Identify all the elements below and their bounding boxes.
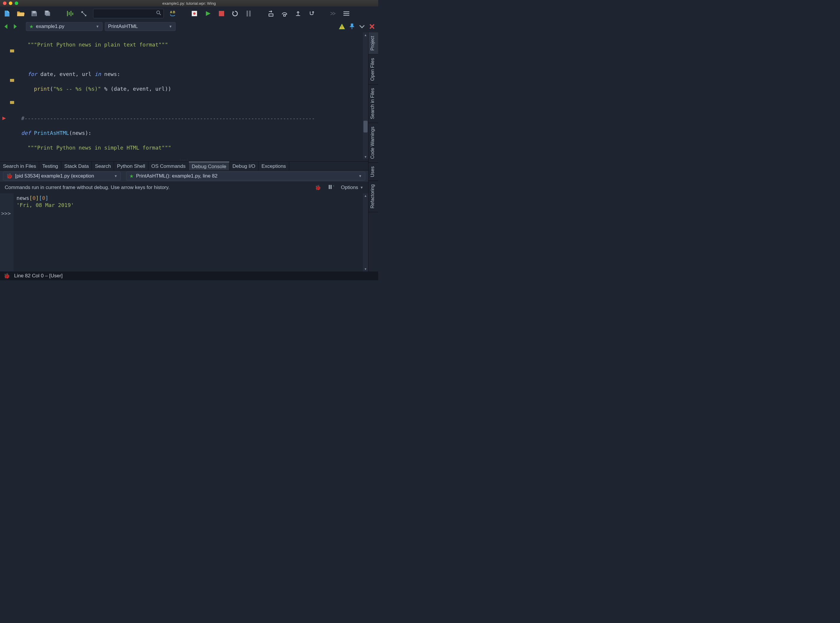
chevron-down-icon: ▼ (358, 174, 362, 178)
restart-icon[interactable] (231, 9, 239, 18)
menu-icon[interactable] (342, 9, 350, 18)
step-out-icon[interactable] (294, 9, 302, 18)
process-label: [pid 53534] example1.py (exception (15, 173, 94, 179)
record-icon[interactable] (190, 9, 198, 18)
code-text: """Print Python news in plain text forma… (28, 41, 168, 48)
tab-search[interactable]: Search (92, 162, 114, 170)
replace-icon[interactable]: AB (169, 9, 177, 18)
scroll-down-icon[interactable]: ▼ (363, 154, 368, 159)
svg-rect-0 (33, 11, 35, 13)
code-editor[interactable]: """Print Python news in plain text forma… (0, 32, 368, 159)
editor-gutter[interactable] (0, 32, 18, 159)
zoom-window-button[interactable] (15, 2, 18, 5)
open-folder-icon[interactable] (17, 9, 25, 18)
window-title: example1.py: tutorial.wpr: Wing (162, 1, 216, 6)
svg-point-4 (157, 11, 160, 14)
console-gutter: >>> (0, 193, 14, 272)
file-selector[interactable]: ★example1.py ▼ (26, 22, 103, 31)
process-selector[interactable]: 🐞[pid 53534] example1.py (exception ▼ (3, 172, 121, 181)
close-icon[interactable] (368, 23, 376, 30)
breakpoint-icon[interactable] (2, 115, 6, 120)
svg-text:B: B (173, 10, 175, 14)
scroll-up-icon[interactable]: ▲ (363, 193, 368, 198)
svg-rect-10 (247, 11, 248, 17)
side-tab-uses[interactable]: Uses (369, 163, 378, 181)
frame-selector[interactable]: ★PrintAsHTML(): example1.py, line 82 ▼ (126, 172, 365, 181)
scrollbar-thumb[interactable] (364, 121, 368, 132)
window-titlebar: example1.py: tutorial.wpr: Wing (0, 0, 378, 6)
console-output[interactable]: news[0][0] 'Fri, 08 Mar 2019' (14, 193, 368, 272)
indent-guides-icon[interactable] (66, 9, 74, 18)
chevron-down-icon: ▼ (360, 186, 364, 190)
editor-tabbar: ★example1.py ▼ PrintAsHTML ▼ ! (0, 21, 378, 32)
close-window-button[interactable] (3, 2, 6, 5)
new-file-icon[interactable] (3, 9, 11, 18)
tab-debug-io[interactable]: Debug I/O (229, 162, 259, 170)
status-bar: 🐞 Line 82 Col 0 – [User] (0, 272, 378, 280)
svg-rect-12 (269, 14, 273, 16)
chevron-down-icon: ▼ (96, 25, 99, 29)
scroll-down-icon[interactable]: ▼ (363, 267, 368, 272)
fold-marker[interactable] (10, 49, 14, 52)
add-watch-icon[interactable]: + (328, 184, 334, 191)
svg-rect-2 (46, 11, 48, 12)
fold-marker[interactable] (10, 79, 14, 82)
debug-console[interactable]: >>> news[0][0] 'Fri, 08 Mar 2019' ▲ ▼ (0, 193, 368, 272)
editor-scrollbar[interactable]: ▲ ▼ (363, 32, 368, 159)
console-prompt: >>> (1, 210, 11, 217)
svg-text:A: A (170, 10, 172, 14)
fold-marker[interactable] (10, 101, 14, 104)
pin-icon[interactable] (348, 23, 356, 30)
console-scrollbar[interactable]: ▲ ▼ (363, 193, 368, 272)
more-icon[interactable] (329, 9, 337, 18)
svg-rect-15 (329, 185, 330, 189)
code-content[interactable]: """Print Python news in plain text forma… (18, 32, 368, 159)
nav-forward-button[interactable] (12, 23, 19, 30)
star-icon: ★ (29, 23, 34, 30)
frame-label: PrintAsHTML(): example1.py, line 82 (136, 173, 218, 179)
right-side-tabs: Project Open Files Search in Files Code … (368, 32, 378, 272)
nav-back-button[interactable] (2, 23, 9, 30)
run-icon[interactable] (204, 9, 212, 18)
svg-rect-13 (284, 14, 286, 16)
tab-python-shell[interactable]: Python Shell (114, 162, 148, 170)
step-into-icon[interactable] (267, 9, 275, 18)
step-return-icon[interactable] (307, 9, 316, 18)
expand-icon[interactable] (358, 23, 366, 30)
step-over-icon[interactable] (280, 9, 289, 18)
save-icon[interactable] (30, 9, 38, 18)
search-icon[interactable] (157, 11, 161, 17)
tab-debug-console[interactable]: Debug Console (189, 162, 229, 170)
side-tab-project[interactable]: Project (369, 32, 378, 54)
side-tab-refactoring[interactable]: Refactoring (369, 181, 378, 212)
svg-rect-9 (219, 11, 224, 16)
pointer-icon[interactable] (80, 9, 88, 18)
options-menu[interactable]: Options▼ (341, 185, 364, 190)
minimize-window-button[interactable] (9, 2, 12, 5)
tab-os-commands[interactable]: OS Commands (149, 162, 189, 170)
svg-rect-11 (249, 11, 251, 17)
function-selector[interactable]: PrintAsHTML ▼ (105, 22, 175, 31)
side-tab-open-files[interactable]: Open Files (369, 54, 378, 84)
side-tab-code-warnings[interactable]: Code Warnings (369, 123, 378, 163)
split-sash[interactable]: :::::: (0, 159, 368, 161)
save-all-icon[interactable] (44, 9, 52, 18)
tab-testing[interactable]: Testing (39, 162, 61, 170)
stop-icon[interactable] (217, 9, 226, 18)
bottom-panel: Search in Files Testing Stack Data Searc… (0, 161, 368, 272)
scroll-up-icon[interactable]: ▲ (363, 32, 368, 37)
toolbar-search[interactable] (93, 9, 164, 18)
debug-bug-icon[interactable]: 🐞 (315, 185, 321, 191)
side-tab-search-in-files[interactable]: Search in Files (369, 84, 378, 123)
tab-exceptions[interactable]: Exceptions (259, 162, 289, 170)
tab-search-in-files[interactable]: Search in Files (0, 162, 39, 170)
console-hint: Commands run in current frame without de… (5, 185, 170, 190)
main-toolbar: AB (0, 6, 378, 21)
toolbar-search-input[interactable] (96, 11, 154, 16)
tab-stack-data[interactable]: Stack Data (61, 162, 92, 170)
warning-icon[interactable]: ! (338, 23, 346, 30)
svg-rect-1 (32, 14, 36, 16)
pause-icon[interactable] (244, 9, 253, 18)
bug-icon: 🐞 (6, 173, 13, 179)
status-bug-icon[interactable]: 🐞 (3, 273, 10, 279)
